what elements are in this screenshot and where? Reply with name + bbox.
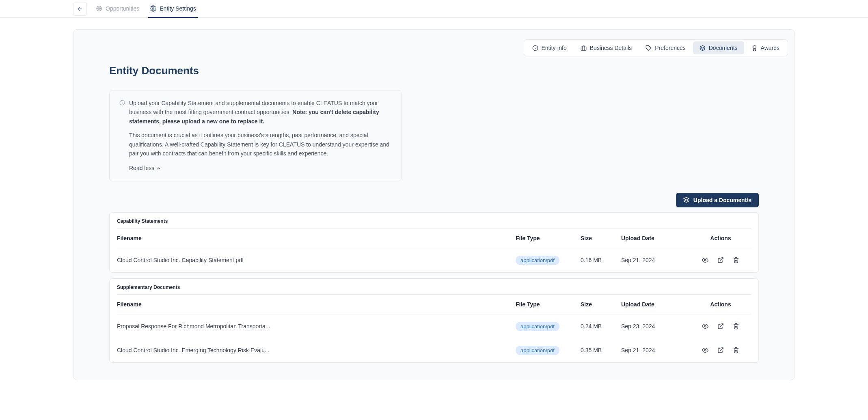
col-header-size: Size <box>581 301 621 308</box>
file-type-badge: application/pdf <box>516 256 559 265</box>
cell-date: Sep 21, 2024 <box>621 347 690 353</box>
cell-date: Sep 21, 2024 <box>621 257 690 263</box>
page-title: Entity Documents <box>109 65 759 77</box>
table-row: Cloud Control Studio Inc. Emerging Techn… <box>117 338 751 362</box>
tab-opportunities-label: Opportunities <box>106 5 139 12</box>
col-header-date: Upload Date <box>621 301 690 308</box>
trash-icon[interactable] <box>733 323 739 330</box>
table-row: Cloud Control Studio Inc. Capability Sta… <box>117 248 751 272</box>
svg-point-4 <box>152 8 154 9</box>
table-row: Proposal Response For Richmond Metropoli… <box>117 314 751 338</box>
subnav-business-details[interactable]: Business Details <box>574 41 639 54</box>
trash-icon[interactable] <box>733 257 739 263</box>
cell-filename: Cloud Control Studio Inc. Capability Sta… <box>117 257 516 263</box>
svg-point-16 <box>704 259 706 261</box>
top-nav: Opportunities Entity Settings <box>0 0 868 18</box>
tab-entity-settings-label: Entity Settings <box>160 5 196 12</box>
info-paragraph-2: This document is crucial as it outlines … <box>129 131 391 158</box>
read-less-label: Read less <box>129 164 154 172</box>
info-box: Upload your Capability Statement and sup… <box>109 90 402 181</box>
file-type-badge: application/pdf <box>516 346 559 355</box>
info-icon <box>532 45 538 51</box>
view-icon[interactable] <box>702 257 708 263</box>
subnav-business-details-label: Business Details <box>590 45 632 51</box>
info-paragraph-1: Upload your Capability Statement and sup… <box>129 99 391 126</box>
svg-line-19 <box>720 324 723 327</box>
external-link-icon[interactable] <box>717 257 724 263</box>
external-link-icon[interactable] <box>717 347 724 353</box>
upload-button-label: Upload a Document/s <box>693 197 751 203</box>
view-icon[interactable] <box>702 347 708 353</box>
sub-nav: Entity Info Business Details Preferences <box>73 39 795 56</box>
subnav-awards[interactable]: Awards <box>745 41 786 54</box>
external-link-icon[interactable] <box>717 323 724 330</box>
svg-point-20 <box>704 349 706 351</box>
chevron-up-icon <box>156 166 162 171</box>
col-header-actions: Actions <box>690 301 751 308</box>
svg-point-11 <box>753 45 756 49</box>
target-icon <box>96 5 102 12</box>
content-card: Entity Info Business Details Preferences <box>73 29 795 380</box>
main-container: Entity Info Business Details Preferences <box>0 18 868 392</box>
tab-entity-settings[interactable]: Entity Settings <box>148 0 198 18</box>
sub-nav-group: Entity Info Business Details Preferences <box>524 39 788 56</box>
cell-size: 0.16 MB <box>581 257 621 263</box>
col-header-date: Upload Date <box>621 235 690 241</box>
back-button[interactable] <box>73 2 87 16</box>
subnav-preferences[interactable]: Preferences <box>639 41 692 54</box>
svg-rect-8 <box>581 47 586 50</box>
subnav-entity-info[interactable]: Entity Info <box>526 41 573 54</box>
subnav-awards-label: Awards <box>761 45 779 51</box>
briefcase-icon <box>581 45 587 51</box>
col-header-filetype: File Type <box>516 301 581 308</box>
upload-document-button[interactable]: Upload a Document/s <box>676 193 759 207</box>
col-header-filename: Filename <box>117 301 516 308</box>
col-header-actions: Actions <box>690 235 751 241</box>
capability-statements-table: Capability Statements Filename File Type… <box>109 212 759 273</box>
read-less-toggle[interactable]: Read less <box>129 164 391 172</box>
subnav-preferences-label: Preferences <box>655 45 685 51</box>
svg-line-21 <box>720 348 723 351</box>
supplementary-documents-table: Supplementary Documents Filename File Ty… <box>109 278 759 363</box>
svg-point-2 <box>98 7 101 10</box>
gear-icon <box>150 5 156 12</box>
trash-icon[interactable] <box>733 347 739 353</box>
cell-size: 0.24 MB <box>581 323 621 330</box>
tab-opportunities[interactable]: Opportunities <box>94 0 141 18</box>
cell-filename: Cloud Control Studio Inc. Emerging Techn… <box>117 347 516 353</box>
file-type-badge: application/pdf <box>516 322 559 331</box>
table-header-row: Filename File Type Size Upload Date Acti… <box>117 228 751 248</box>
arrow-left-icon <box>77 6 83 12</box>
svg-point-1 <box>97 6 101 11</box>
layers-icon <box>683 197 689 203</box>
svg-point-3 <box>99 8 99 9</box>
medal-icon <box>751 45 758 51</box>
col-header-size: Size <box>581 235 621 241</box>
capability-table-title: Capability Statements <box>110 213 758 228</box>
tag-icon <box>646 45 652 51</box>
svg-line-17 <box>720 258 723 261</box>
svg-marker-15 <box>684 197 689 200</box>
cell-filename: Proposal Response For Richmond Metropoli… <box>117 323 516 330</box>
table-header-row: Filename File Type Size Upload Date Acti… <box>117 294 751 314</box>
col-header-filename: Filename <box>117 235 516 241</box>
layers-icon <box>700 45 706 51</box>
col-header-filetype: File Type <box>516 235 581 241</box>
subnav-documents[interactable]: Documents <box>693 41 744 54</box>
supplementary-table-title: Supplementary Documents <box>110 279 758 294</box>
svg-point-18 <box>704 325 706 327</box>
subnav-documents-label: Documents <box>709 45 738 51</box>
svg-marker-10 <box>700 45 705 48</box>
cell-size: 0.35 MB <box>581 347 621 353</box>
info-circle-icon <box>119 100 125 173</box>
view-icon[interactable] <box>702 323 708 330</box>
subnav-entity-info-label: Entity Info <box>542 45 567 51</box>
cell-date: Sep 23, 2024 <box>621 323 690 330</box>
